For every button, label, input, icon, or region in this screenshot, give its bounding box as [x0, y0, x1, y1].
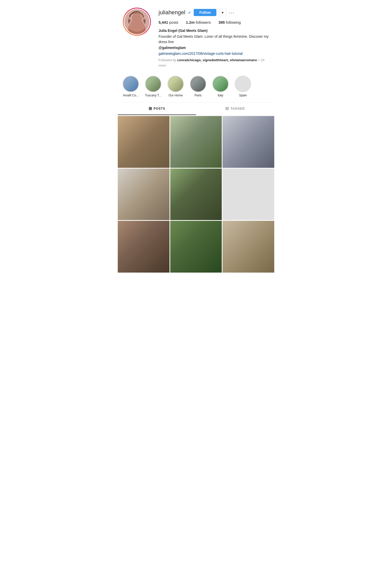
grid-item-6[interactable] — [223, 169, 274, 220]
posts-stat: 5,441 posts — [159, 20, 178, 24]
stories-section: Amalfi Co...Tuscany T...Our HomeParisIta… — [118, 73, 274, 103]
story-label: Our Home — [168, 94, 182, 97]
grid-item-1[interactable] — [118, 116, 169, 168]
story-circle — [167, 76, 184, 92]
story-item-3[interactable]: Paris — [189, 76, 207, 97]
stats-row: 5,441 posts 1.2m followers 395 following — [159, 20, 269, 24]
story-label: Amalfi Co... — [123, 94, 139, 97]
avatar — [124, 8, 150, 35]
grid-item-9[interactable] — [223, 221, 274, 273]
story-item-1[interactable]: Tuscany T... — [144, 76, 162, 97]
profile-header: juliahengel ✔ Follow ▾ ··· 5,441 posts 1… — [118, 0, 274, 73]
chevron-down-icon: ▾ — [222, 10, 224, 15]
bio-link[interactable]: galmeetsglam.com/2017/08/vintage-curls-h… — [159, 51, 269, 56]
tabs-section: ⊞ POSTS ⊟ TAGGED — [118, 103, 274, 115]
grid-item-4[interactable] — [118, 169, 169, 220]
tag-icon: ⊟ — [225, 106, 229, 111]
verified-icon: ✔ — [188, 10, 191, 15]
more-options-button[interactable]: ··· — [229, 10, 235, 16]
story-item-2[interactable]: Our Home — [167, 76, 185, 97]
grid-item-7[interactable] — [118, 221, 169, 273]
story-item-0[interactable]: Amalfi Co... — [122, 76, 140, 97]
avatar-wrapper[interactable] — [123, 8, 151, 36]
username-row: juliahengel ✔ Follow ▾ ··· — [159, 9, 269, 16]
tab-tagged-label: TAGGED — [230, 107, 245, 110]
username: juliahengel — [159, 9, 185, 16]
follow-button[interactable]: Follow — [194, 9, 216, 16]
following-stat[interactable]: 395 following — [218, 20, 241, 24]
tab-posts[interactable]: ⊞ POSTS — [118, 103, 196, 115]
grid-item-2[interactable] — [170, 116, 222, 168]
story-label: Spain — [239, 94, 247, 97]
bio-section: Julia Engel (Gal Meets Glam) Founder of … — [159, 28, 269, 68]
followed-by: Followed by conradchicago, signedwithhea… — [159, 58, 265, 67]
story-circle — [212, 76, 229, 92]
grid-item-8[interactable] — [170, 221, 222, 273]
profile-info: juliahengel ✔ Follow ▾ ··· 5,441 posts 1… — [159, 8, 269, 68]
story-circle — [145, 76, 161, 92]
tab-tagged[interactable]: ⊟ TAGGED — [196, 103, 274, 115]
grid-item-5[interactable] — [170, 169, 222, 220]
tab-posts-label: POSTS — [154, 107, 165, 110]
story-item-4[interactable]: Italy — [212, 76, 229, 97]
story-circle — [190, 76, 206, 92]
followers-stat[interactable]: 1.2m followers — [186, 20, 211, 24]
story-circle — [235, 76, 251, 92]
story-label: Italy — [218, 94, 223, 97]
story-label: Tuscany T... — [145, 94, 161, 97]
story-label: Paris — [194, 94, 201, 97]
grid-icon: ⊞ — [149, 106, 152, 111]
story-item-5[interactable]: Spain — [234, 76, 252, 97]
bio-mention[interactable]: @galmeetsglam — [159, 45, 269, 50]
grid-item-3[interactable] — [223, 116, 274, 168]
follow-dropdown-button[interactable]: ▾ — [219, 9, 226, 16]
story-circle — [123, 76, 139, 92]
posts-grid — [118, 116, 274, 273]
bio-text: Founder of Gal Meets Glam. Lover of all … — [159, 34, 269, 45]
bio-name: Julia Engel (Gal Meets Glam) — [159, 28, 269, 33]
